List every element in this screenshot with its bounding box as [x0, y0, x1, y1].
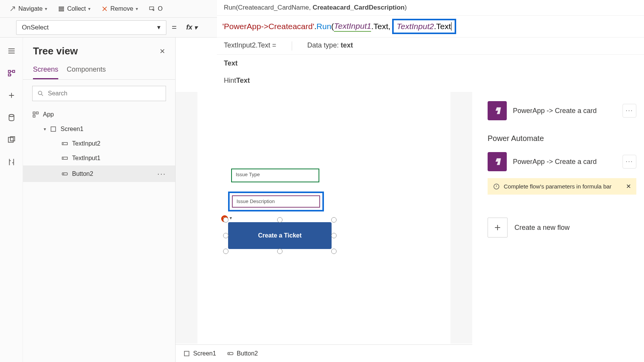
svg-rect-0	[59, 7, 64, 7]
svg-rect-11	[33, 112, 35, 114]
info-divider	[292, 41, 292, 51]
button-icon	[61, 170, 68, 177]
app-icon	[32, 111, 39, 118]
screen-icon	[183, 350, 190, 357]
resize-handle[interactable]	[277, 217, 283, 223]
chevron-down-icon: ▾	[136, 6, 138, 11]
canvas-textinput1[interactable]: Issue Type	[231, 169, 319, 182]
tools-icon[interactable]	[7, 158, 16, 166]
collect-label: Collect	[67, 5, 86, 12]
breadcrumb-screen[interactable]: Screen1	[183, 350, 216, 357]
resize-handle[interactable]	[331, 249, 337, 254]
collect-button[interactable]: Collect ▾	[53, 2, 96, 15]
canvas-textinput2[interactable]: Issue Description	[232, 195, 320, 208]
code-ref-textinput2: TextInput2	[397, 22, 434, 31]
info-icon	[493, 183, 500, 190]
resize-handle[interactable]	[331, 217, 337, 223]
breadcrumb-screen-label: Screen1	[193, 350, 216, 357]
resize-handle[interactable]	[223, 233, 228, 238]
resize-handle[interactable]	[223, 249, 228, 254]
svg-rect-14	[51, 127, 56, 131]
navigate-arrow-icon	[9, 5, 16, 12]
formula-info-row: TextInput2.Text = Data type: text	[217, 37, 644, 54]
formula-result-label: TextInput2.Text =	[224, 41, 276, 51]
code-run: Run	[317, 22, 332, 31]
right-panel: PowerApp -> Create a card ··· Power Auto…	[480, 92, 644, 362]
formula-bar-overlay: Run(Createacard_CardName, Createacard_Ca…	[217, 0, 644, 89]
left-rail	[0, 38, 23, 362]
svg-rect-13	[33, 115, 35, 117]
data-type-label: Data type: text	[307, 41, 353, 51]
formula-input[interactable]: 'PowerApp->Createacard'.Run(TextInput1.T…	[217, 15, 644, 37]
textinput-icon	[61, 140, 68, 147]
tree-search-box[interactable]	[32, 86, 166, 101]
more-options-icon[interactable]: ···	[157, 169, 166, 178]
breadcrumb-button[interactable]: Button2	[227, 350, 258, 357]
navigate-button[interactable]: Navigate ▾	[4, 2, 53, 15]
plus-icon: +	[488, 218, 508, 238]
tree-item-app[interactable]: App	[23, 107, 175, 122]
canvas-button-selection: ✕ ▾ Create a Ticket	[228, 222, 332, 249]
insert-icon[interactable]	[7, 91, 16, 100]
property-selector[interactable]: OnSelect ▾	[16, 20, 166, 35]
svg-rect-16	[62, 157, 67, 159]
svg-rect-5	[8, 74, 10, 76]
tab-screens[interactable]: Screens	[33, 62, 58, 79]
resize-handle[interactable]	[331, 233, 337, 238]
power-automate-section-title: Power Automate	[488, 134, 636, 143]
signature-active-param: Createacard_CardDescription	[313, 4, 405, 11]
chevron-down-icon: ▾	[44, 126, 46, 132]
search-icon	[37, 90, 44, 97]
button-icon	[227, 350, 234, 357]
remove-x-icon	[101, 5, 108, 12]
on-action-button[interactable]: O	[143, 2, 168, 15]
svg-rect-6	[12, 70, 15, 73]
warning-close-icon[interactable]: ✕	[626, 183, 631, 190]
tab-components[interactable]: Components	[67, 62, 106, 79]
fx-button[interactable]: fx ▾	[182, 21, 202, 34]
warning-text: Complete flow's parameters in formula ba…	[504, 183, 611, 190]
media-icon[interactable]	[7, 136, 16, 144]
fx-icon: fx	[186, 23, 192, 31]
tree-item-textinput1[interactable]: TextInput1	[23, 151, 175, 165]
autocomplete-list: Text HintText	[217, 54, 644, 89]
canvas-textinput2-highlight: Issue Description	[228, 192, 324, 211]
autocomplete-item-text[interactable]: Text	[217, 55, 644, 72]
flow-name-available: PowerApp -> Create a card	[513, 158, 616, 166]
close-icon[interactable]: ✕	[159, 47, 165, 56]
create-new-flow-button[interactable]: + Create a new flow	[488, 218, 636, 238]
create-new-flow-label: Create a new flow	[514, 224, 570, 232]
flow-card-selected[interactable]: PowerApp -> Create a card ···	[488, 98, 636, 123]
signature-prefix: Run(Createacard_CardName,	[224, 4, 313, 11]
flow-card-available[interactable]: PowerApp -> Create a card ···	[488, 149, 636, 174]
code-flow-name: 'PowerApp->Createacard'	[222, 22, 314, 31]
signature-suffix: )	[404, 4, 407, 11]
breadcrumb-bar: Screen1 Button2	[176, 344, 472, 362]
hamburger-icon[interactable]	[7, 47, 16, 55]
navigate-label: Navigate	[18, 5, 43, 12]
tree-label-textinput2: TextInput2	[72, 140, 100, 147]
canvas-screen[interactable]: Issue Type Issue Description ✕ ▾ Create …	[197, 92, 450, 344]
warning-bar: Complete flow's parameters in formula ba…	[488, 178, 636, 195]
tree-label-app: App	[43, 111, 54, 118]
collect-list-icon	[58, 5, 65, 12]
svg-rect-20	[184, 351, 189, 356]
resize-handle[interactable]	[277, 249, 283, 254]
svg-point-18	[63, 174, 64, 174]
remove-button[interactable]: Remove ▾	[96, 2, 143, 15]
remove-label: Remove	[110, 5, 133, 12]
tree-label-button2: Button2	[72, 170, 93, 177]
data-icon[interactable]	[7, 113, 16, 122]
tree-item-button2[interactable]: Button2 ···	[23, 165, 175, 182]
chevron-down-icon: ▾	[45, 6, 47, 11]
tree-item-screen1[interactable]: ▾ Screen1	[23, 122, 175, 136]
code-ref-textinput1: TextInput1	[334, 21, 371, 32]
tree-item-textinput2[interactable]: TextInput2	[23, 136, 175, 151]
tree-view-icon[interactable]	[7, 69, 16, 77]
autocomplete-item-hinttext[interactable]: HintText	[217, 72, 644, 89]
tree-label-screen1: Screen1	[61, 126, 84, 133]
resize-handle[interactable]	[223, 217, 228, 223]
flow-more-button[interactable]: ···	[623, 155, 636, 169]
flow-more-button[interactable]: ···	[623, 104, 636, 118]
search-input[interactable]	[48, 90, 161, 97]
